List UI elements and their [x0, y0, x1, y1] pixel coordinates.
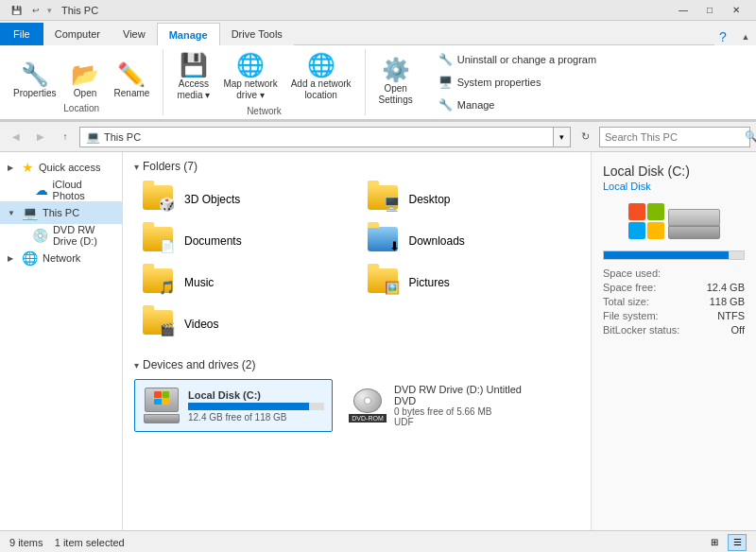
space-bar-fill — [604, 251, 729, 259]
sidebar-item-icloud[interactable]: ☁ iCloud Photos — [0, 179, 122, 201]
folder-3d-label: 3D Objects — [184, 193, 240, 206]
breadcrumb-this-pc: This PC — [104, 131, 141, 143]
close-btn[interactable]: ✕ — [724, 1, 748, 20]
rename-btn[interactable]: ✏️ Rename — [109, 60, 156, 101]
folder-3d-objects[interactable]: 🎲 3D Objects — [134, 181, 355, 218]
tab-drive-tools[interactable]: Drive Tools — [220, 23, 294, 45]
open-icon: 📂 — [71, 63, 99, 86]
drive-local-c[interactable]: Local Disk (C:) 12.4 GB free of 118 GB — [134, 379, 333, 432]
manage-label: Manage — [457, 99, 495, 111]
back-btn[interactable]: ◀ — [6, 127, 26, 147]
this-pc-icon: 💻 — [22, 205, 38, 220]
detail-row-bitlocker: BitLocker status: Off — [603, 324, 745, 336]
manage-btn[interactable]: 🔧 Manage — [432, 95, 603, 115]
network-expand: ▶ — [8, 254, 17, 263]
dvd-label-sidebar: DVD RW Drive (D:) — [53, 224, 114, 247]
tab-file[interactable]: File — [0, 23, 43, 45]
folder-vid-icon: 🎬 — [143, 310, 177, 338]
hdd-icon — [144, 388, 180, 423]
network-label: Network — [43, 252, 80, 264]
add-network-btn[interactable]: 🌐 Add a networklocation — [285, 51, 357, 104]
folder-desktop[interactable]: 🖥️ Desktop — [359, 181, 580, 218]
title-bar-left: 💾 ↩ ▾ This PC — [8, 2, 98, 19]
tab-view[interactable]: View — [112, 23, 157, 45]
space-bar-detail — [603, 250, 745, 260]
search-box: 🔍 — [599, 127, 750, 147]
vid-badge: 🎬 — [160, 322, 175, 336]
drives-label: Devices and drives (2) — [143, 358, 255, 371]
win-q4 — [163, 399, 170, 405]
dvd-fs: UDF — [394, 417, 530, 427]
up-btn[interactable]: ↑ — [55, 127, 76, 147]
detail-label-space-free: Space free: — [603, 282, 656, 293]
properties-label: Properties — [13, 88, 57, 98]
sidebar-item-dvd[interactable]: 💿 DVD RW Drive (D:) — [0, 224, 122, 247]
forward-btn[interactable]: ▶ — [30, 127, 51, 147]
ribbon-tabs: File Computer View Manage Drive Tools ? … — [0, 21, 756, 45]
network-buttons: 💾 Accessmedia ▾ 🌐 Map networkdrive ▾ 🌐 A… — [171, 51, 356, 104]
sys-props-icon: 🖥️ — [438, 75, 454, 90]
open-settings-btn[interactable]: ⚙️ OpenSettings — [373, 56, 419, 109]
drives-section-header[interactable]: ▾ Devices and drives (2) — [134, 358, 579, 371]
search-icon: 🔍 — [740, 130, 756, 143]
minimize-btn[interactable]: — — [671, 1, 696, 20]
open-btn[interactable]: 📂 Open — [64, 60, 107, 101]
drive-bar-fill — [188, 403, 309, 410]
qa-dropdown[interactable]: ▾ — [47, 6, 52, 15]
uninstall-icon: 🔧 — [438, 52, 454, 67]
help-btn[interactable]: ? — [714, 28, 731, 45]
dvd-rom-label: DVD-ROM — [349, 414, 386, 423]
detail-q1 — [628, 203, 645, 220]
title-bar-controls: — □ ✕ — [671, 1, 748, 20]
quick-access-icons: 💾 ↩ ▾ — [8, 2, 52, 19]
address-path[interactable]: 💻 This PC — [79, 127, 554, 147]
folder-downloads[interactable]: ⬇ Downloads — [359, 222, 580, 260]
uninstall-btn[interactable]: 🔧 Uninstall or change a program — [432, 49, 603, 70]
icloud-icon: ☁ — [35, 182, 48, 198]
detail-row-total: Total size: 118 GB — [603, 296, 745, 307]
view-icons-btn[interactable]: ⊞ — [705, 534, 724, 551]
search-input[interactable] — [600, 131, 740, 143]
folders-section-header[interactable]: ▾ Folders (7) — [134, 160, 579, 173]
address-dropdown[interactable]: ▾ — [554, 127, 571, 147]
manage-icon: 🔧 — [438, 97, 454, 112]
folder-pics-icon: 🖼️ — [368, 268, 402, 297]
maximize-btn[interactable]: □ — [697, 1, 722, 20]
dvd-icon: 💿 — [32, 228, 48, 243]
tab-manage[interactable]: Manage — [157, 23, 220, 45]
access-media-btn[interactable]: 💾 Accessmedia ▾ — [171, 51, 215, 104]
ribbon: File Computer View Manage Drive Tools ? … — [0, 21, 756, 122]
dvd-drive-icon: DVD-ROM — [349, 388, 387, 423]
tab-computer[interactable]: Computer — [43, 23, 112, 45]
sidebar-item-this-pc[interactable]: ▼ 💻 This PC — [0, 201, 122, 224]
folder-music-icon: 🎵 — [143, 268, 177, 297]
sidebar-item-network[interactable]: ▶ 🌐 Network — [0, 247, 122, 269]
detail-panel: Local Disk (C:) Local Disk — [591, 152, 756, 530]
sys-props-btn[interactable]: 🖥️ System properties — [432, 72, 603, 93]
map-network-btn[interactable]: 🌐 Map networkdrive ▾ — [217, 51, 283, 104]
item-count: 9 items — [9, 537, 43, 548]
ribbon-group-system: ⚙️ OpenSettings 🔧 Uninstall or change a … — [366, 49, 619, 115]
quick-save-btn[interactable]: 💾 — [8, 2, 25, 19]
folder-docs-label: Documents — [184, 234, 242, 248]
properties-btn[interactable]: 🔧 Properties — [8, 60, 62, 101]
drive-dvd-d[interactable]: DVD-ROM DVD RW Drive (D:) Untitled DVD 0… — [340, 379, 539, 432]
open-settings-label: OpenSettings — [379, 83, 413, 106]
detail-row-fs: File system: NTFS — [603, 310, 745, 321]
folder-pictures[interactable]: 🖼️ Pictures — [359, 264, 580, 302]
view-list-btn[interactable]: ☰ — [728, 534, 747, 551]
refresh-btn[interactable]: ↻ — [575, 127, 595, 147]
qa-btn-2[interactable]: ↩ — [27, 2, 44, 19]
map-network-label: Map networkdrive ▾ — [223, 78, 277, 101]
ribbon-collapse-btn[interactable]: ▲ — [737, 28, 754, 45]
system-group-label-container — [618, 49, 622, 115]
folder-music-label: Music — [184, 276, 214, 289]
address-container: 💻 This PC ▾ — [79, 127, 571, 147]
folder-music[interactable]: 🎵 Music — [134, 264, 355, 302]
sidebar-item-quick-access[interactable]: ▶ ★ Quick access — [0, 156, 122, 179]
folder-documents[interactable]: 📄 Documents — [134, 222, 355, 260]
folder-videos[interactable]: 🎬 Videos — [134, 305, 355, 343]
disk-combo — [628, 203, 720, 239]
folders-count: (7) — [183, 160, 198, 173]
status-bar: 9 items 1 item selected ⊞ ☰ — [0, 530, 756, 552]
